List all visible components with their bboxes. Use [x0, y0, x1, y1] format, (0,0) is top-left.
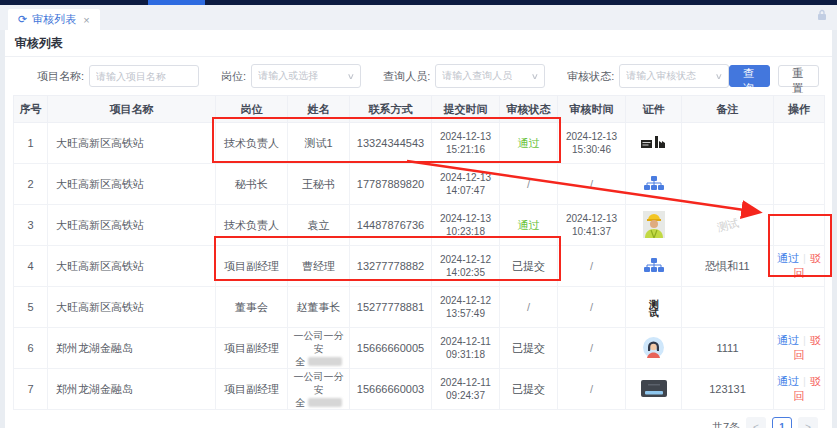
refresh-icon[interactable]: ⟳ [18, 14, 27, 25]
cell-actions: 通过|驳回 [774, 328, 825, 369]
tab-label: 审核列表 [32, 12, 76, 27]
cell-remark [682, 164, 774, 205]
cell-audit-time: 2024-12-1310:41:37 [558, 205, 626, 246]
cell-audit-time: / [558, 164, 626, 205]
cell-audit-status: 通过 [500, 123, 558, 164]
cell-project-name: 大旺高新区高铁站 [48, 164, 216, 205]
audit-status-select[interactable]: 请输入审核状态 ∨ [619, 64, 729, 88]
filter-project-name: 项目名称: [37, 65, 199, 87]
cell-audit-status: 已提交 [500, 328, 558, 369]
cell-name: 曹经理 [288, 246, 350, 287]
org-chart-icon[interactable] [644, 176, 664, 191]
cell-phone: 15666660003 [350, 369, 432, 410]
cell-phone: 13324344543 [350, 123, 432, 164]
cell-submit-time: 2024-12-1310:23:18 [432, 205, 500, 246]
cell-remark: 恐惧和11 [682, 246, 774, 287]
cell-remark [682, 287, 774, 328]
pagination-next-button[interactable]: > [798, 417, 818, 428]
remark-text: 1111 [716, 342, 738, 354]
cell-audit-time: / [558, 287, 626, 328]
cell-name: 一公司一分安全 [288, 328, 350, 369]
redacted-name-blur [308, 357, 342, 366]
worker-photo[interactable] [643, 211, 665, 238]
action-separator: | [803, 334, 806, 346]
redacted-name-blur [308, 398, 342, 407]
cell-project-name: 大旺高新区高铁站 [48, 123, 216, 164]
post-select[interactable]: 请输入或选择 ∨ [251, 64, 361, 88]
column-header-5: 提交时间 [432, 96, 500, 123]
column-header-6: 审核状态 [500, 96, 558, 123]
post-label: 岗位: [221, 69, 246, 84]
status-badge: 通过 [518, 219, 540, 231]
pagination-page-1[interactable]: 1 [772, 417, 792, 428]
cell-project-name: 大旺高新区高铁站 [48, 205, 216, 246]
table-row: 2大旺高新区高铁站秘书长王秘书177878898202024-12-1314:0… [14, 164, 825, 205]
pagination-total: 共7条 [712, 420, 740, 428]
audit-table: 序号项目名称岗位姓名联系方式提交时间审核状态审核时间证件备注操作 1大旺高新区高… [13, 95, 825, 410]
cell-certificate [626, 205, 682, 246]
top-nav-bar [0, 0, 837, 5]
cell-post: 技术负责人 [216, 205, 288, 246]
cell-index: 4 [14, 246, 48, 287]
cell-actions: 通过|驳回 [774, 369, 825, 410]
status-badge: / [527, 301, 530, 313]
remark-text: 测试 [715, 215, 740, 235]
filter-bar: 项目名称: 岗位: 请输入或选择 ∨ 查询人员: 请输入查询人员 ∨ 审核状态:… [13, 64, 824, 88]
table-row: 3大旺高新区高铁站技术负责人袁立144878767362024-12-1310:… [14, 205, 825, 246]
org-chart-icon[interactable] [644, 258, 664, 273]
filter-buttons: 查询 重置 [729, 65, 833, 87]
query-person-select[interactable]: 请输入查询人员 ∨ [435, 64, 545, 88]
cell-phone: 13277778882 [350, 246, 432, 287]
approve-link[interactable]: 通过 [777, 252, 799, 264]
cell-name: 王秘书 [288, 164, 350, 205]
tab-audit-list[interactable]: ⟳ 审核列表 × [8, 9, 100, 30]
cell-index: 6 [14, 328, 48, 369]
reset-button[interactable]: 重置 [778, 65, 819, 87]
cell-actions [774, 123, 825, 164]
cell-actions: 通过|驳回 [774, 246, 825, 287]
remark-text: 恐惧和11 [705, 260, 749, 272]
cell-phone: 14487876736 [350, 205, 432, 246]
test-stamp[interactable]: 测试 [649, 301, 658, 317]
table-row: 6郑州龙湖金融岛项目副经理一公司一分安全156666600052024-12-1… [14, 328, 825, 369]
test-stamp-text: 测试 [649, 301, 658, 317]
cell-certificate [626, 246, 682, 287]
cell-phone: 17787889820 [350, 164, 432, 205]
card-photo[interactable] [641, 380, 667, 397]
cell-certificate: 测试 [626, 287, 682, 328]
avatar-photo[interactable] [643, 337, 664, 358]
table-row: 7郑州龙湖金融岛项目副经理一公司一分安全156666600032024-12-1… [14, 369, 825, 410]
cell-project-name: 大旺高新区高铁站 [48, 287, 216, 328]
cell-remark [682, 123, 774, 164]
cell-submit-time: 2024-12-1213:57:49 [432, 287, 500, 328]
chevron-down-icon: ∨ [347, 72, 355, 81]
lock-icon[interactable] [817, 7, 827, 25]
status-badge: 已提交 [512, 260, 545, 272]
cell-project-name: 大旺高新区高铁站 [48, 246, 216, 287]
query-person-label: 查询人员: [383, 69, 430, 84]
column-header-10: 操作 [774, 96, 825, 123]
pagination-prev-button[interactable]: < [746, 417, 766, 428]
filter-post: 岗位: 请输入或选择 ∨ [221, 64, 361, 88]
cell-submit-time: 2024-12-1109:31:18 [432, 328, 500, 369]
remark-text: 123131 [709, 383, 746, 395]
cell-project-name: 郑州龙湖金融岛 [48, 328, 216, 369]
cell-certificate [626, 123, 682, 164]
cell-post: 项目副经理 [216, 369, 288, 410]
action-separator: | [803, 375, 806, 387]
approve-link[interactable]: 通过 [777, 375, 799, 387]
cell-audit-status: 已提交 [500, 246, 558, 287]
cell-post: 技术负责人 [216, 123, 288, 164]
audit-status-placeholder: 请输入审核状态 [626, 69, 696, 83]
status-badge: 已提交 [512, 342, 545, 354]
cell-submit-time: 2024-12-1109:24:37 [432, 369, 500, 410]
factory-image[interactable] [641, 135, 667, 149]
cell-remark: 测试 [682, 205, 774, 246]
project-name-input[interactable] [89, 65, 199, 87]
cell-post: 项目副经理 [216, 246, 288, 287]
search-button[interactable]: 查询 [729, 65, 770, 87]
top-nav-accent [148, 0, 205, 5]
approve-link[interactable]: 通过 [777, 334, 799, 346]
close-icon[interactable]: × [83, 14, 89, 26]
cell-name: 一公司一分安全 [288, 369, 350, 410]
